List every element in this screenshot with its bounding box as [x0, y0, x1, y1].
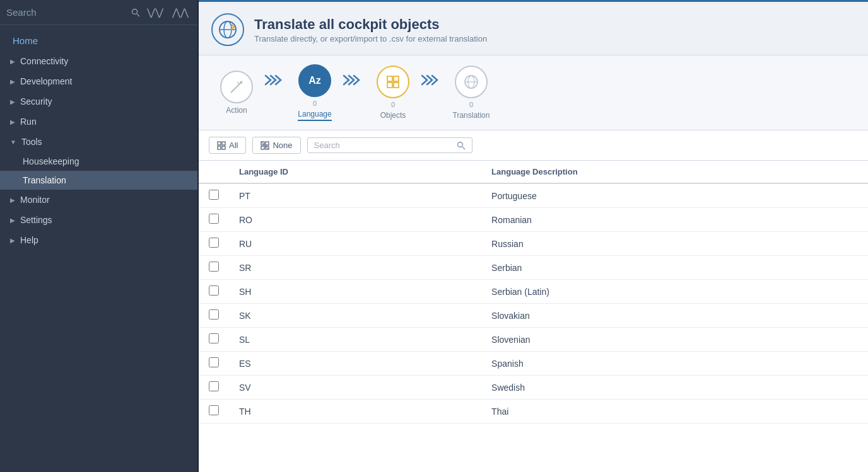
svg-rect-10 [394, 76, 399, 81]
table-row: PT Portuguese [199, 183, 868, 208]
sidebar-item-run[interactable]: ▶ Run [0, 112, 197, 132]
wizard-step-label-language: Language [298, 110, 331, 121]
svg-rect-12 [394, 83, 399, 88]
none-icon [261, 141, 269, 150]
checkbox-cell[interactable] [199, 183, 229, 208]
sidebar-item-monitor[interactable]: ▶ Monitor [0, 190, 197, 210]
sidebar-item-label: Run [20, 117, 37, 127]
checkbox-cell[interactable] [199, 352, 229, 376]
language-id-cell: TH [229, 400, 481, 423]
sidebar-item-label: Connectivity [20, 56, 68, 66]
page-icon [211, 13, 244, 46]
table-row: SK Slovakian [199, 304, 868, 328]
col-language-description: Language Description [481, 161, 868, 183]
language-id-cell: ES [229, 352, 481, 376]
arrow-icon: ▼ [10, 139, 16, 146]
search-input[interactable] [6, 7, 131, 18]
none-button[interactable]: None [252, 137, 300, 154]
svg-point-8 [240, 81, 242, 84]
svg-point-0 [132, 9, 138, 14]
wizard-step-objects[interactable]: 0 Objects [368, 66, 418, 120]
sidebar: ⋁⋁ ⋀⋀ Home ▶ Connectivity ▶ Development … [0, 0, 199, 472]
sidebar-item-development[interactable]: ▶ Development [0, 71, 197, 91]
all-button[interactable]: All [209, 137, 246, 154]
row-checkbox[interactable] [209, 357, 219, 367]
collapse-all-button[interactable]: ⋁⋁ [144, 5, 166, 20]
svg-line-24 [261, 142, 269, 149]
checkbox-cell[interactable] [199, 400, 229, 423]
sidebar-item-label: Housekeeping [23, 156, 79, 166]
language-id-cell: SR [229, 256, 481, 280]
table-row: SV Swedish [199, 376, 868, 400]
arrow-icon: ▶ [10, 217, 15, 224]
checkbox-cell[interactable] [199, 256, 229, 280]
language-description-cell: Serbian [481, 256, 868, 280]
checkbox-cell[interactable] [199, 328, 229, 352]
svg-rect-16 [218, 142, 221, 145]
language-id-cell: RU [229, 232, 481, 256]
table-row: RU Russian [199, 232, 868, 256]
expand-all-button[interactable]: ⋀⋀ [170, 5, 191, 20]
row-checkbox[interactable] [209, 381, 219, 391]
checkbox-cell[interactable] [199, 232, 229, 256]
sidebar-item-label: Development [20, 76, 73, 86]
wizard-step-label-action: Action [226, 106, 247, 115]
wizard-step-count-objects: 0 [391, 101, 395, 108]
row-checkbox[interactable] [209, 405, 219, 415]
checkbox-cell[interactable] [199, 304, 229, 328]
search-box[interactable] [307, 137, 472, 153]
sidebar-item-help[interactable]: ▶ Help [0, 230, 197, 250]
table-row: ES Spanish [199, 352, 868, 376]
wizard-step-count-translation: 0 [469, 101, 473, 108]
checkbox-header [199, 161, 229, 183]
sidebar-item-security[interactable]: ▶ Security [0, 91, 197, 112]
table-row: SH Serbian (Latin) [199, 280, 868, 304]
table-search-input[interactable] [314, 141, 453, 150]
row-checkbox[interactable] [209, 333, 219, 343]
checkbox-cell[interactable] [199, 208, 229, 232]
wizard-step-language[interactable]: Az 0 Language [290, 64, 340, 121]
sidebar-item-label: Translation [23, 175, 66, 185]
sidebar-item-settings[interactable]: ▶ Settings [0, 210, 197, 230]
row-checkbox[interactable] [209, 309, 219, 319]
sidebar-item-translation[interactable]: Translation [0, 171, 197, 190]
wizard-step-action[interactable]: Action [211, 71, 262, 115]
chevron-arrows-icon-3 [421, 73, 443, 87]
sidebar-item-tools[interactable]: ▼ Tools [0, 132, 197, 152]
arrow-icon: ▶ [10, 98, 15, 105]
checkbox-cell[interactable] [199, 376, 229, 400]
search-icon [457, 141, 466, 150]
svg-line-26 [462, 147, 465, 149]
sidebar-item-connectivity[interactable]: ▶ Connectivity [0, 51, 197, 71]
sidebar-item-housekeeping[interactable]: Housekeeping [0, 152, 197, 171]
wizard-arrow-3 [421, 73, 443, 90]
row-checkbox[interactable] [209, 190, 219, 200]
svg-rect-22 [261, 146, 264, 149]
svg-rect-11 [387, 83, 392, 88]
sidebar-item-home[interactable]: Home [0, 30, 197, 51]
row-checkbox[interactable] [209, 285, 219, 296]
globe-icon [463, 74, 479, 90]
wizard-arrow-2 [343, 73, 365, 90]
row-checkbox[interactable] [209, 238, 219, 248]
sidebar-nav: Home ▶ Connectivity ▶ Development ▶ Secu… [0, 25, 197, 472]
language-id-cell: SL [229, 328, 481, 352]
globe-translate-icon [218, 20, 238, 40]
table-row: RO Romanian [199, 208, 868, 232]
sidebar-search-bar[interactable]: ⋁⋁ ⋀⋀ [0, 0, 197, 25]
language-description-cell: Romanian [481, 208, 868, 232]
sidebar-item-label: Settings [20, 215, 52, 225]
page-header: Translate all cockpit objects Translate … [199, 2, 868, 55]
language-description-cell: Serbian (Latin) [481, 280, 868, 304]
page-subtitle: Translate directly, or export/import to … [254, 34, 487, 43]
checkbox-cell[interactable] [199, 280, 229, 304]
wizard-step-translation[interactable]: 0 Translation [446, 66, 496, 120]
wizard-step-circle-translation [455, 66, 488, 98]
language-id-cell: SV [229, 376, 481, 400]
svg-rect-18 [218, 146, 221, 149]
sidebar-item-label: Help [20, 235, 38, 245]
page-header-text: Translate all cockpit objects Translate … [254, 16, 487, 43]
row-checkbox[interactable] [209, 262, 219, 272]
svg-line-1 [137, 14, 139, 16]
row-checkbox[interactable] [209, 214, 219, 224]
